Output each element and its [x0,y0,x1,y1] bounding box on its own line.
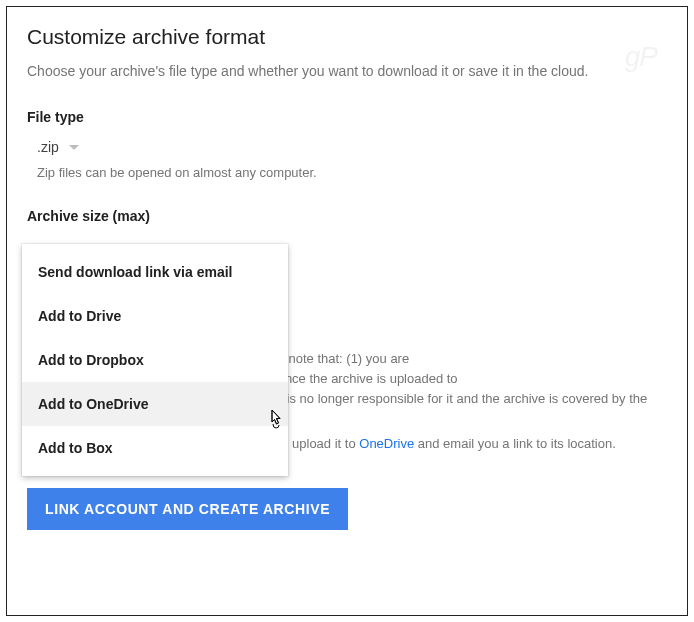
archive-size-label: Archive size (max) [27,208,667,224]
caret-down-icon [69,145,79,150]
delivery-method-dropdown[interactable]: Send download link via email Add to Driv… [22,244,288,476]
dropdown-item-drive[interactable]: Add to Drive [22,294,288,338]
file-type-label: File type [27,109,667,125]
watermark: gP [625,41,657,73]
onedrive-link[interactable]: OneDrive [359,436,414,451]
file-type-helper: Zip files can be opened on almost any co… [37,165,667,180]
page-title: Customize archive format [27,25,667,49]
link-and-create-button[interactable]: LINK ACCOUNT AND CREATE ARCHIVE [27,488,348,530]
dropdown-item-email[interactable]: Send download link via email [22,250,288,294]
file-type-value: .zip [37,139,59,155]
dropdown-item-box[interactable]: Add to Box [22,426,288,470]
file-type-select[interactable]: .zip [37,139,667,155]
dropdown-item-dropbox[interactable]: Add to Dropbox [22,338,288,382]
dropdown-item-onedrive[interactable]: Add to OneDrive [22,382,288,426]
page-subtitle: Choose your archive's file type and whet… [27,63,667,79]
